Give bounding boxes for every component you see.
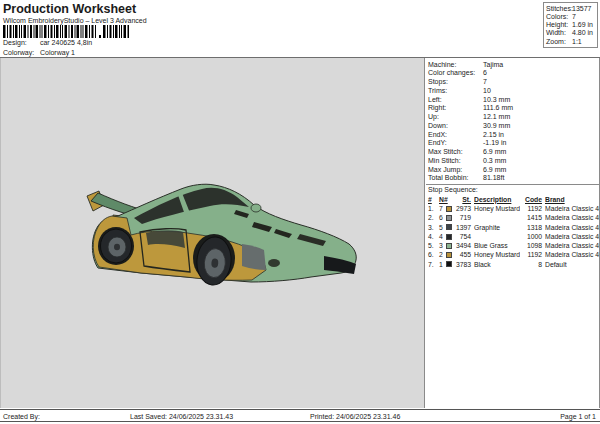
summary-label: Height:	[546, 21, 572, 29]
stop-code: 1000	[520, 232, 542, 241]
machine-info-value: 6.9 mm	[483, 148, 506, 157]
machine-info-value: 10	[483, 87, 491, 96]
stop-stitches: 455	[454, 250, 471, 259]
col-header-brand: Brand	[545, 195, 599, 204]
machine-info-label: Max Jump:	[428, 166, 483, 175]
machine-info-value: 12.1 mm	[483, 113, 510, 122]
stop-brand: Madeira Classic 40	[545, 223, 599, 232]
stop-idx: 3.	[428, 223, 439, 232]
machine-info-value: 111.6 mm	[483, 104, 513, 113]
summary-value: 1.69 in	[572, 21, 593, 29]
page-number: Page 1 of 1	[560, 413, 596, 420]
stop-sequence-row: 3.51397Graphite1318Madeira Classic 40	[428, 223, 599, 232]
design-row: Design: car 240625 4,8in	[3, 39, 92, 46]
stop-stitches: 2973	[454, 204, 471, 213]
machine-info-label: Min Stitch:	[428, 157, 483, 166]
machine-info-value: 30.9 mm	[483, 122, 510, 131]
machine-info-list: Machine:Tajima Color changes:6 Stops:7 T…	[428, 61, 598, 184]
panel-divider	[426, 184, 599, 185]
machine-info-label: Total Bobbin:	[428, 174, 483, 183]
stop-sequence-row: 5.33494Blue Grass1098Madeira Classic 40	[428, 241, 599, 250]
summary-row: Height:1.69 in	[546, 21, 597, 29]
thread-color-swatch	[446, 252, 452, 258]
machine-info-value: 7	[483, 78, 487, 87]
thread-color-swatch	[446, 224, 452, 230]
col-header-code: Code	[520, 195, 542, 204]
machine-info-value: 0.3 mm	[483, 157, 506, 166]
summary-value: 13577	[572, 5, 591, 13]
design-label: Design:	[3, 39, 38, 46]
machine-info-label: Down:	[428, 122, 483, 131]
stop-needle: 3	[439, 241, 446, 250]
stop-idx: 7.	[428, 260, 439, 269]
machine-info-label: Up:	[428, 113, 483, 122]
created-by: Created By:	[3, 413, 40, 420]
stop-code: 1098	[520, 241, 542, 250]
last-saved: Last Saved: 24/06/2025 23.31.43	[130, 413, 233, 420]
stop-idx: 5.	[428, 241, 439, 250]
stop-description: Black	[474, 260, 520, 269]
stop-code: 8	[520, 260, 542, 269]
machine-info-row: EndX:2.15 in	[428, 131, 598, 140]
stop-brand: Madeira Classic 40	[545, 204, 599, 213]
machine-info-row: Down:30.9 mm	[428, 122, 598, 131]
summary-row: Zoom:1:1	[546, 38, 597, 46]
stop-code: 1192	[520, 250, 542, 259]
machine-info-row: Trims:10	[428, 87, 598, 96]
stop-needle: 1	[439, 260, 446, 269]
thread-color-swatch	[446, 234, 452, 240]
page-footer: Created By: Last Saved: 24/06/2025 23.31…	[0, 409, 600, 422]
stop-description: Honey Mustard	[474, 250, 520, 259]
stop-stitches: 754	[454, 232, 471, 241]
machine-info-row: Machine:Tajima	[428, 61, 598, 70]
machine-info-value: 2.15 in	[483, 131, 504, 140]
machine-info-label: Right:	[428, 104, 483, 113]
machine-info-row: Stops:7	[428, 78, 598, 87]
stop-sequence-row: 1.72973Honey Mustard1192Madeira Classic …	[428, 204, 599, 213]
col-header-idx: #	[428, 195, 439, 204]
machine-info-row: Color changes:6	[428, 69, 598, 78]
machine-info-value: 6.9 mm	[483, 166, 506, 175]
stop-sequence-row: 2.67191415Madeira Classic 40	[428, 213, 599, 222]
stop-needle: 7	[439, 204, 446, 213]
summary-label: Stitches:	[546, 5, 572, 13]
stop-code: 1318	[520, 223, 542, 232]
machine-info-value: -1.19 in	[483, 139, 506, 148]
col-header-stitches: St.	[454, 195, 471, 204]
machine-info-row: Left:10.3 mm	[428, 96, 598, 105]
stop-brand: Madeira Classic 40	[545, 232, 599, 241]
summary-value: 1:1	[572, 38, 582, 46]
colorway-label: Colorway:	[3, 49, 38, 56]
machine-info-row: Total Bobbin:81.18ft	[428, 174, 598, 183]
stop-sequence-table: # N# St. Description Code Brand 1.72973H…	[428, 195, 599, 269]
stop-idx: 1.	[428, 204, 439, 213]
stop-brand: Default	[545, 260, 599, 269]
stop-sequence-row: 4.47541000Madeira Classic 40	[428, 232, 599, 241]
summary-label: Colors:	[546, 13, 572, 21]
machine-info-row: Right:111.6 mm	[428, 104, 598, 113]
machine-info-row: Max Jump:6.9 mm	[428, 166, 598, 175]
stop-brand: Madeira Classic 40	[545, 213, 599, 222]
machine-info-value: Tajima	[483, 61, 503, 70]
summary-row: Stitches:13577	[546, 5, 597, 13]
thread-color-swatch	[446, 243, 452, 249]
stop-idx: 2.	[428, 213, 439, 222]
summary-label: Width:	[546, 29, 572, 37]
machine-info-row: Up:12.1 mm	[428, 113, 598, 122]
machine-info-row: EndY:-1.19 in	[428, 139, 598, 148]
machine-info-label: Max Stitch:	[428, 148, 483, 157]
stop-needle: 4	[439, 232, 446, 241]
design-value: car 240625 4,8in	[40, 39, 92, 46]
machine-info-label: Left:	[428, 96, 483, 105]
stop-stitches: 719	[454, 213, 471, 222]
stop-needle: 2	[439, 250, 446, 259]
machine-info-label: EndY:	[428, 139, 483, 148]
thread-color-swatch	[446, 261, 452, 267]
stop-description: Blue Grass	[474, 241, 520, 250]
printed-timestamp: Printed: 24/06/2025 23.31.46	[310, 413, 400, 420]
design-summary-box: Stitches:13577 Colors:7 Height:1.69 in W…	[543, 2, 598, 48]
design-preview-canvas	[0, 58, 425, 408]
software-name: Wilcom EmbroideryStudio – Level 3 Advanc…	[3, 17, 147, 24]
machine-info-label: EndX:	[428, 131, 483, 140]
stop-brand: Madeira Classic 40	[545, 250, 599, 259]
